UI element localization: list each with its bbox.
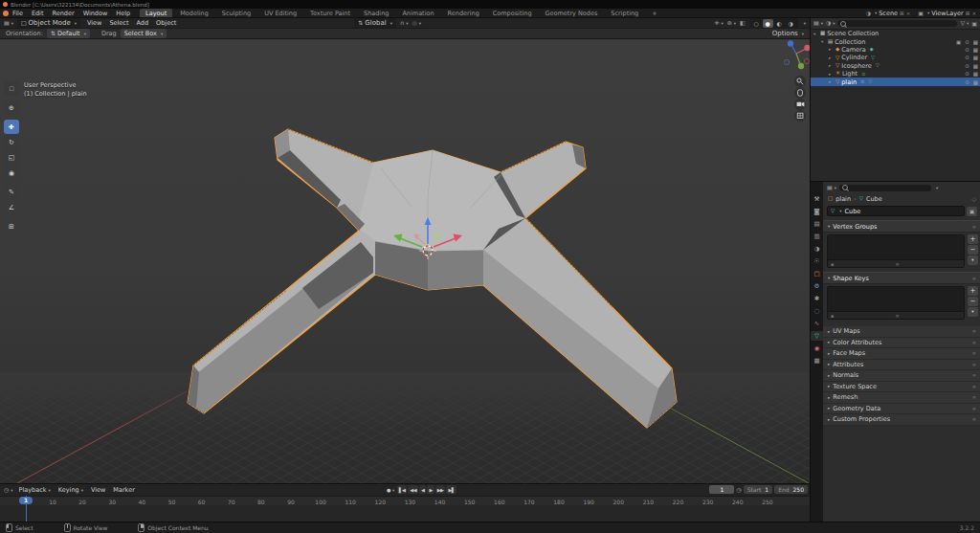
workspace-tab-texture-paint[interactable]: Texture Paint xyxy=(304,9,356,17)
outliner-item-collection[interactable]: ▾▤Collection▣⊙▦ xyxy=(811,37,980,45)
menu-window[interactable]: Window xyxy=(83,10,108,17)
properties-tab-object-data[interactable]: ▽ xyxy=(811,331,823,341)
panel-geometry-data-header[interactable]: ▸Geometry Data≡ xyxy=(823,404,980,415)
timeline-menu-marker[interactable]: Marker xyxy=(113,486,134,494)
view-layer-selector[interactable]: ▣ ▾ ViewLayer ⊞ × xyxy=(918,10,976,17)
outliner-item-light[interactable]: ▸☀Light⊙⊙▦ xyxy=(811,70,980,78)
remove-view-layer-button[interactable]: × xyxy=(971,11,976,16)
properties-tab-texture[interactable]: ▦ xyxy=(811,356,823,366)
unlink-scene-button[interactable]: × xyxy=(906,11,911,16)
options-dropdown[interactable]: Options ▾ xyxy=(772,30,804,37)
shading-wireframe-icon[interactable]: ○ xyxy=(751,19,762,28)
tool-cursor-button[interactable]: ⊕ xyxy=(4,100,19,115)
current-frame-field[interactable]: 1 xyxy=(709,485,734,494)
hide-eye-icon[interactable]: ⊙ xyxy=(965,71,969,77)
properties-tab-object[interactable]: □ xyxy=(811,269,823,278)
properties-tab-scene[interactable]: ◑ xyxy=(811,244,823,254)
viewport-scene[interactable] xyxy=(0,39,810,483)
panel-face-maps-header[interactable]: ▸Face Maps≡ xyxy=(823,348,980,360)
vertex-groups-list[interactable]: ▪≡ xyxy=(827,234,965,268)
outliner-item-plain[interactable]: ▸▽plain⚙▽⊙▦ xyxy=(811,78,980,85)
properties-tab-render[interactable]: ◙ xyxy=(811,207,823,216)
properties-tab-physics[interactable]: ◌ xyxy=(811,306,823,316)
next-keyframe-button[interactable]: ▶▶ xyxy=(435,485,446,494)
list-resize-icon[interactable]: ≡ xyxy=(896,313,900,319)
frame-end-field[interactable]: End 250 xyxy=(774,485,808,494)
pin-icon[interactable]: ◇ xyxy=(971,196,976,202)
outliner-item-icosphere[interactable]: ▸▽Icosphere▽⊙▦ xyxy=(811,62,980,70)
tool-measure-button[interactable]: ∠ xyxy=(4,200,19,214)
disable-render-icon[interactable]: ▦ xyxy=(973,63,978,69)
play-button[interactable]: ▶ xyxy=(427,485,434,494)
menu-render[interactable]: Render xyxy=(52,10,74,17)
snap-magnet-icon[interactable]: ∩▾ xyxy=(400,20,409,27)
workspace-tab-compositing[interactable]: Compositing xyxy=(487,9,538,17)
mode-dropdown[interactable]: □ Object Mode ▾ xyxy=(17,18,80,28)
hide-eye-icon[interactable]: ⊙ xyxy=(965,63,969,69)
shading-dropdown-icon[interactable]: ▾ xyxy=(804,21,806,26)
hide-eye-icon[interactable]: ⊙ xyxy=(965,47,969,53)
viewport-canvas[interactable]: User Perspective (1) Collection | plain … xyxy=(0,39,810,483)
vertex-group-specials-button[interactable]: ▾ xyxy=(968,255,978,265)
proportional-editing-icon[interactable]: ◎▾ xyxy=(412,20,422,27)
properties-filter-icon[interactable]: ▾ xyxy=(936,186,938,190)
disclosure-icon[interactable]: ▸ xyxy=(829,72,834,77)
viewport-menu-view[interactable]: View xyxy=(84,19,104,27)
disable-render-icon[interactable]: ▦ xyxy=(973,39,978,45)
workspace-tab-layout[interactable]: Layout xyxy=(140,9,172,17)
outliner-search-input[interactable] xyxy=(837,20,957,27)
workspace-tab-uv-editing[interactable]: UV Editing xyxy=(258,9,302,17)
panel-shape-keys-header[interactable]: ▾ Shape Keys ≡ xyxy=(823,272,980,284)
pan-view-button[interactable] xyxy=(794,87,806,99)
jump-to-end-button[interactable]: ▶▌ xyxy=(446,485,457,494)
hide-eye-icon[interactable]: ⊙ xyxy=(965,79,969,85)
add-workspace-button[interactable]: + xyxy=(646,9,662,17)
show-gizmo-icon[interactable]: ✛▾ xyxy=(714,20,723,27)
menu-help[interactable]: Help xyxy=(116,10,130,17)
menu-edit[interactable]: Edit xyxy=(32,10,44,17)
properties-tab-constraints[interactable]: ∿ xyxy=(811,319,823,328)
remove-vertex-group-button[interactable]: − xyxy=(968,245,978,255)
viewport-menu-object[interactable]: Object xyxy=(153,19,179,27)
add-shape-key-button[interactable]: + xyxy=(968,286,978,296)
viewport-menu-select[interactable]: Select xyxy=(106,19,131,27)
properties-search-input[interactable] xyxy=(839,185,931,191)
outliner-filter-icon[interactable]: ▣ xyxy=(971,21,977,27)
workspace-tab-geometry-nodes[interactable]: Geometry Nodes xyxy=(540,9,604,17)
hide-eye-icon[interactable]: ⊙ xyxy=(965,39,969,45)
drag-mode-dropdown[interactable]: Select Box ▾ xyxy=(121,29,167,38)
tool-annotate-button[interactable]: ✎ xyxy=(4,185,19,199)
filter-funnel-icon[interactable]: ▽▾ xyxy=(960,20,969,27)
editor-type-icon[interactable]: ▤▾ xyxy=(813,20,823,27)
auto-keying-button[interactable]: ●▾ xyxy=(385,485,396,494)
add-vertex-group-button[interactable]: + xyxy=(968,234,978,244)
properties-tab-output[interactable]: ▤ xyxy=(811,219,823,229)
preview-range-clock-icon[interactable]: ◷ xyxy=(736,487,741,493)
editor-type-icon[interactable]: ▤▾ xyxy=(827,185,836,191)
tool-transform-button[interactable]: ◉ xyxy=(4,166,19,180)
properties-tab-material[interactable]: ◉ xyxy=(811,344,823,353)
disable-render-icon[interactable]: ▦ xyxy=(973,79,978,85)
disable-render-icon[interactable]: ▦ xyxy=(973,55,978,60)
panel-uv-maps-header[interactable]: ▸UV Maps≡ xyxy=(823,326,980,338)
disclosure-icon[interactable]: ▸ xyxy=(829,47,834,52)
properties-tab-tool[interactable]: ⚒ xyxy=(811,194,823,204)
toggle-xray-icon[interactable]: ◧ xyxy=(740,20,746,26)
shading-material-preview-icon[interactable]: ◐ xyxy=(774,19,785,28)
orientation-dropdown[interactable]: ⇅ Default ▾ xyxy=(47,29,90,38)
workspace-tab-rendering[interactable]: Rendering xyxy=(442,9,485,17)
workspace-tab-modeling[interactable]: Modeling xyxy=(174,9,214,17)
new-scene-button[interactable]: ⊞ xyxy=(900,11,904,16)
workspace-tab-scripting[interactable]: Scripting xyxy=(605,9,644,17)
panel-custom-properties-header[interactable]: ▸Custom Properties≡ xyxy=(823,414,980,426)
timeline-menu-playback[interactable]: Playback▾ xyxy=(19,486,51,494)
breadcrumb-object[interactable]: plain xyxy=(835,195,851,203)
jump-to-start-button[interactable]: ▌◀ xyxy=(397,485,408,494)
disclosure-icon[interactable]: ▸ xyxy=(829,79,834,84)
shading-solid-icon[interactable]: ● xyxy=(763,19,773,28)
shading-rendered-icon[interactable]: ◑ xyxy=(786,19,796,28)
shape-key-specials-button[interactable]: ▾ xyxy=(968,307,978,317)
frame-start-field[interactable]: Start 1 xyxy=(744,485,773,494)
new-view-layer-button[interactable]: ⊞ xyxy=(966,11,970,16)
outliner-item-scene-collection[interactable]: ▾▦Scene Collection xyxy=(811,30,980,37)
